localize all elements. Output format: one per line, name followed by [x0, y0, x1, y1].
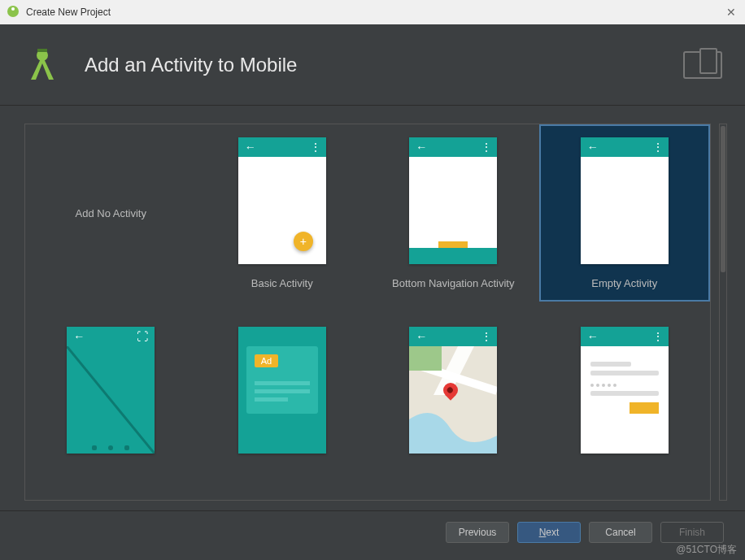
- content-area: Add No Activity ← ⋮ + Basic Activity ← ⋮: [0, 106, 745, 510]
- template-login-activity[interactable]: ← ⋮: [539, 302, 711, 479]
- template-label: Basic Activity: [251, 277, 313, 289]
- template-thumbnail: ← ⋮: [581, 137, 669, 264]
- template-basic-activity[interactable]: ← ⋮ + Basic Activity: [197, 124, 368, 302]
- overflow-icon: ⋮: [481, 141, 490, 154]
- svg-line-4: [67, 346, 155, 454]
- scrollbar-thumb[interactable]: [721, 126, 725, 272]
- android-studio-icon: [7, 5, 20, 20]
- window-title: Create New Project: [26, 7, 111, 18]
- svg-rect-6: [409, 346, 442, 371]
- device-form-factor-icon: [683, 51, 722, 79]
- back-arrow-icon: ←: [245, 141, 256, 154]
- svg-point-1: [11, 7, 15, 11]
- watermark: @51CTO博客: [676, 543, 737, 557]
- template-thumbnail: Ad: [238, 327, 326, 454]
- template-thumbnail: ← ⋮: [409, 137, 497, 264]
- cancel-button[interactable]: Cancel: [589, 522, 652, 543]
- overflow-icon: ⋮: [310, 141, 320, 154]
- android-studio-logo-icon: [23, 44, 62, 85]
- overflow-icon: ⋮: [652, 330, 662, 343]
- overflow-icon: ⋮: [481, 330, 490, 343]
- close-icon[interactable]: ✕: [724, 5, 738, 20]
- previous-button[interactable]: Previous: [446, 522, 509, 543]
- back-arrow-icon: ←: [416, 330, 427, 343]
- page-title: Add an Activity to Mobile: [85, 54, 297, 76]
- template-bottom-navigation-activity[interactable]: ← ⋮ Bottom Navigation Activity: [368, 124, 539, 302]
- ad-badge: Ad: [255, 354, 278, 367]
- template-add-no-activity[interactable]: Add No Activity: [25, 124, 197, 302]
- next-button[interactable]: Next: [517, 522, 581, 543]
- back-arrow-icon: ←: [73, 330, 85, 343]
- template-grid: Add No Activity ← ⋮ + Basic Activity ← ⋮: [24, 124, 711, 501]
- template-label: Empty Activity: [591, 277, 657, 289]
- titlebar: Create New Project ✕: [0, 0, 745, 24]
- template-label: Bottom Navigation Activity: [392, 277, 514, 289]
- template-thumbnail: ← ⋮: [581, 327, 669, 454]
- template-thumbnail: ← ⋮ +: [238, 137, 326, 264]
- wizard-footer: Previous Next Cancel Finish: [0, 510, 745, 553]
- back-arrow-icon: ←: [587, 330, 599, 343]
- template-label: Add No Activity: [76, 207, 146, 219]
- template-empty-activity[interactable]: ← ⋮ Empty Activity: [539, 124, 711, 302]
- template-google-maps-activity[interactable]: ← ⋮: [368, 302, 539, 479]
- template-admob-ads-activity[interactable]: Ad: [197, 302, 368, 479]
- wizard-header: Add an Activity to Mobile: [0, 24, 745, 106]
- overflow-icon: ⋮: [652, 141, 662, 154]
- fab-icon: +: [294, 232, 313, 251]
- back-arrow-icon: ←: [587, 141, 599, 154]
- fullscreen-icon: ⛶: [137, 330, 148, 343]
- vertical-scrollbar[interactable]: [719, 124, 727, 501]
- finish-button: Finish: [660, 522, 724, 543]
- svg-rect-3: [37, 49, 47, 52]
- back-arrow-icon: ←: [416, 141, 427, 154]
- template-fullscreen-activity[interactable]: ← ⛶: [25, 302, 197, 479]
- nav-bar-icon: [67, 445, 155, 450]
- template-thumbnail: ← ⛶: [67, 327, 155, 454]
- template-thumbnail: ← ⋮: [409, 327, 497, 454]
